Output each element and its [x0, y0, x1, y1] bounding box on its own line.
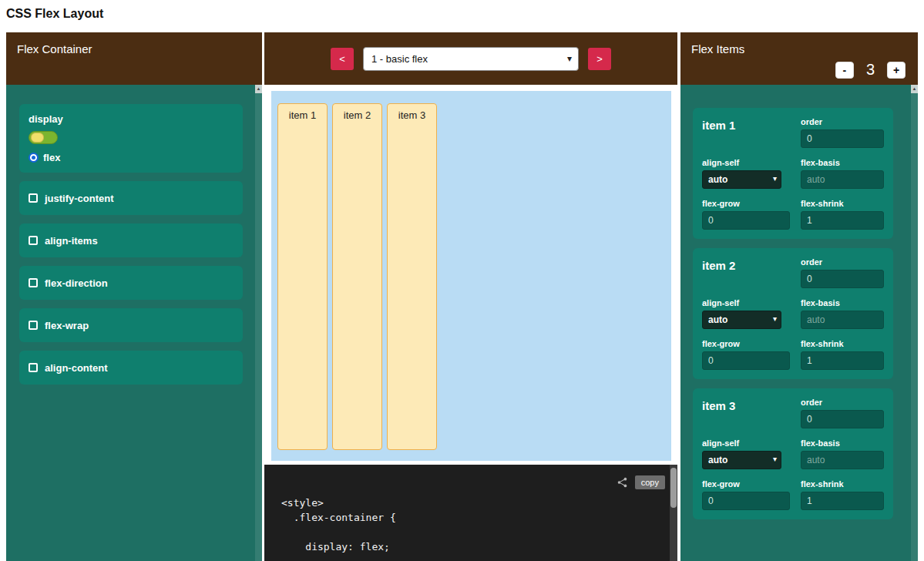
- item-name-cell: item 3: [702, 398, 790, 428]
- order-input[interactable]: [801, 270, 884, 288]
- order-input[interactable]: [801, 410, 884, 428]
- share-icon[interactable]: [617, 477, 628, 488]
- code-line: [281, 525, 665, 539]
- add-item-button[interactable]: +: [887, 62, 906, 79]
- flex-grow-input[interactable]: [702, 492, 790, 510]
- flex-shrink-label: flex-shrink: [801, 479, 884, 489]
- item-card-2: item 2 order align-self auto ▾: [693, 248, 893, 379]
- page: CSS Flex Layout Flex Container display f…: [0, 0, 924, 561]
- item-card-1: item 1 order align-self auto ▾: [693, 108, 893, 239]
- item-card-3: item 3 order align-self auto ▾: [693, 388, 893, 519]
- align-self-cell: align-self auto ▾: [702, 298, 790, 329]
- item-count-controls: - 3 +: [835, 61, 906, 79]
- option-label: align-items: [45, 235, 98, 247]
- option-align-content[interactable]: align-content: [19, 351, 243, 385]
- flex-basis-input[interactable]: [801, 311, 884, 329]
- flex-basis-input[interactable]: [801, 170, 884, 189]
- flex-grow-input[interactable]: [702, 351, 790, 370]
- flex-container-title: Flex Container: [17, 42, 92, 55]
- flex-items-title: Flex Items: [691, 42, 744, 55]
- page-title: CSS Flex Layout: [6, 7, 103, 21]
- flex-shrink-input[interactable]: [801, 211, 884, 230]
- checkbox-icon[interactable]: [29, 363, 38, 372]
- flex-demo-item-2: item 2: [332, 103, 382, 450]
- flex-shrink-label: flex-shrink: [801, 199, 884, 208]
- copy-button[interactable]: copy: [635, 475, 665, 489]
- align-self-select-wrap: auto ▾: [702, 170, 781, 189]
- flex-items-header: Flex Items - 3 +: [680, 32, 918, 85]
- order-input[interactable]: [801, 129, 884, 148]
- display-toggle[interactable]: [29, 131, 58, 144]
- item-grid: item 2 order align-self auto ▾: [702, 257, 884, 370]
- remove-item-button[interactable]: -: [835, 62, 854, 79]
- align-self-select-wrap: auto ▾: [702, 311, 781, 329]
- align-self-select[interactable]: auto: [702, 311, 781, 329]
- flex-demo-container: item 1 item 2 item 3: [271, 91, 671, 461]
- flex-grow-label: flex-grow: [702, 479, 790, 489]
- flex-shrink-cell: flex-shrink: [801, 479, 884, 510]
- flex-grow-cell: flex-grow: [702, 199, 790, 230]
- flex-grow-cell: flex-grow: [702, 339, 790, 370]
- align-self-label: align-self: [702, 298, 790, 307]
- toggle-knob-icon: [31, 133, 44, 143]
- scroll-up-arrow-icon[interactable]: ▲: [911, 85, 918, 93]
- display-label: display: [29, 113, 234, 125]
- flex-basis-cell: flex-basis: [801, 298, 884, 329]
- item-name: item 1: [702, 119, 790, 132]
- item-grid: item 1 order align-self auto ▾: [702, 117, 884, 230]
- code-line: <style>: [281, 495, 665, 510]
- item-name-cell: item 2: [702, 257, 790, 288]
- option-flex-direction[interactable]: flex-direction: [19, 266, 243, 300]
- item-grid: item 3 order align-self auto ▾: [702, 398, 884, 510]
- display-flex-radio-row[interactable]: flex: [29, 152, 234, 163]
- option-label: flex-direction: [45, 277, 108, 289]
- order-label: order: [801, 257, 884, 267]
- flex-basis-cell: flex-basis: [801, 438, 884, 469]
- flex-shrink-input[interactable]: [801, 351, 884, 370]
- flex-grow-label: flex-grow: [702, 199, 790, 208]
- flex-demo-item-3: item 3: [387, 103, 437, 450]
- option-label: flex-wrap: [45, 320, 89, 331]
- order-cell: order: [801, 117, 884, 148]
- right-scrollbar[interactable]: ▲: [911, 85, 918, 561]
- align-self-select[interactable]: auto: [702, 451, 781, 469]
- display-card: display flex: [19, 104, 243, 173]
- code-scrollbar-thumb[interactable]: [670, 468, 677, 508]
- checkbox-icon[interactable]: [29, 278, 38, 287]
- code-block: <style> .flex-container { display: flex;: [281, 495, 665, 554]
- flex-items-body: item 1 order align-self auto ▾: [680, 85, 918, 561]
- flex-grow-label: flex-grow: [702, 339, 790, 348]
- align-self-select-wrap: auto ▾: [702, 451, 781, 469]
- flex-demo-item-1: item 1: [277, 103, 328, 450]
- flex-grow-input[interactable]: [702, 211, 790, 230]
- flex-container-body: display flex justify-content align-items: [6, 85, 262, 561]
- align-self-select[interactable]: auto: [702, 170, 781, 189]
- align-self-label: align-self: [702, 158, 790, 167]
- checkbox-icon[interactable]: [29, 236, 38, 245]
- code-line: .flex-container {: [281, 510, 665, 525]
- item-name: item 3: [702, 399, 790, 412]
- next-preset-button[interactable]: >: [588, 48, 611, 70]
- item-name-cell: item 1: [702, 117, 790, 148]
- flex-basis-label: flex-basis: [801, 438, 884, 448]
- flex-shrink-cell: flex-shrink: [801, 199, 884, 230]
- prev-preset-button[interactable]: <: [331, 48, 354, 70]
- option-align-items[interactable]: align-items: [19, 223, 243, 257]
- scroll-up-arrow-icon[interactable]: ▲: [255, 85, 262, 93]
- option-justify-content[interactable]: justify-content: [19, 181, 243, 215]
- flex-grow-cell: flex-grow: [702, 479, 790, 510]
- item-count: 3: [866, 61, 875, 79]
- flex-shrink-input[interactable]: [801, 492, 884, 510]
- checkbox-icon[interactable]: [29, 193, 38, 203]
- preset-select[interactable]: 1 - basic flex: [363, 47, 579, 71]
- checkbox-icon[interactable]: [29, 321, 38, 330]
- left-scrollbar[interactable]: ▲: [255, 85, 262, 561]
- code-scrollbar[interactable]: [670, 465, 677, 561]
- flex-shrink-label: flex-shrink: [801, 339, 884, 348]
- flex-basis-input[interactable]: [801, 451, 884, 469]
- code-tools: copy: [617, 475, 665, 489]
- option-flex-wrap[interactable]: flex-wrap: [19, 308, 243, 342]
- align-self-cell: align-self auto ▾: [702, 438, 790, 469]
- radio-selected-icon[interactable]: [29, 153, 39, 163]
- order-cell: order: [801, 398, 884, 428]
